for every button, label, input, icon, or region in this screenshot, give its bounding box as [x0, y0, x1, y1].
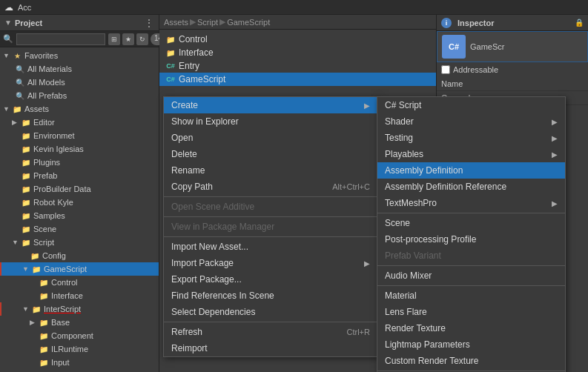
- ctx-audio-mixer[interactable]: Audio Mixer: [377, 268, 565, 284]
- inspector-title: Inspector: [457, 19, 495, 27]
- tree-interscript[interactable]: ▼ 📁 InterScript: [0, 302, 159, 316]
- search-input[interactable]: [16, 33, 105, 45]
- panel-collapse-icon[interactable]: ▼: [4, 19, 12, 27]
- ctx-create-sep-2: [377, 265, 565, 266]
- breadcrumb: Assets ▶ Script ▶ GameScript: [159, 15, 436, 30]
- ctx-cs-script[interactable]: C# Script: [377, 97, 565, 113]
- breadcrumb-assets[interactable]: Assets: [164, 18, 188, 27]
- tree-manager[interactable]: 📁 Manager: [0, 369, 159, 372]
- tree-component[interactable]: 📁 Component: [0, 329, 159, 342]
- tree-scene[interactable]: 📁 Scene: [0, 222, 159, 236]
- ctx-sep-4: [164, 322, 377, 322]
- tree-kevin[interactable]: 📁 Kevin Iglesias: [0, 142, 159, 156]
- ctx-show-explorer[interactable]: Show in Explorer: [164, 113, 377, 130]
- tree-control[interactable]: 📁 Control: [0, 276, 159, 289]
- ctx-lightmap-params[interactable]: Lightmap Parameters: [377, 336, 565, 353]
- addressable-row: Addressable: [437, 62, 588, 77]
- fav-all-prefabs[interactable]: 🔍 All Prefabs: [0, 89, 159, 102]
- file-interface[interactable]: 📁 Interface: [159, 46, 436, 59]
- search-icons: ⊞ ★ ↻ 14: [108, 33, 166, 45]
- ctx-copy-path[interactable]: Copy Path Alt+Ctrl+C: [164, 179, 377, 195]
- lock-icon[interactable]: 🔒: [575, 19, 584, 27]
- fav-all-materials[interactable]: 🔍 All Materials: [0, 62, 159, 76]
- fav-all-models[interactable]: 🔍 All Models: [0, 76, 159, 89]
- breadcrumb-gamescript[interactable]: GameScript: [227, 18, 270, 27]
- ctx-open-scene: Open Scene Additive: [164, 199, 377, 215]
- tree-samples[interactable]: 📁 Samples: [0, 209, 159, 222]
- tree-probuilder[interactable]: 📁 ProBuilder Data: [0, 182, 159, 196]
- ctx-select-deps[interactable]: Select Dependencies: [164, 304, 377, 320]
- ctx-custom-render-texture[interactable]: Custom Render Texture: [377, 353, 565, 369]
- project-title: Project: [15, 19, 42, 27]
- file-control[interactable]: 📁 Control: [159, 33, 436, 46]
- ctx-testing[interactable]: Testing ▶: [377, 130, 565, 146]
- panel-menu-icon[interactable]: ⋮: [144, 17, 154, 29]
- ctx-import-asset[interactable]: Import New Asset...: [164, 239, 377, 255]
- ctx-find-refs[interactable]: Find References In Scene: [164, 288, 377, 304]
- ctx-shader[interactable]: Shader ▶: [377, 113, 565, 130]
- ctx-material[interactable]: Material: [377, 288, 565, 304]
- ctx-textmeshpro[interactable]: TextMeshPro ▶: [377, 195, 565, 211]
- ctx-assembly-def-ref[interactable]: Assembly Definition Reference: [377, 179, 565, 195]
- tree-environmet[interactable]: 📁 Environmet: [0, 129, 159, 142]
- tree-input[interactable]: 📁 Input: [0, 356, 159, 369]
- inspector-info: C# GameScr: [437, 31, 588, 62]
- ctx-refresh[interactable]: Refresh Ctrl+R: [164, 324, 377, 340]
- addressable-label: Addressable: [453, 65, 498, 74]
- favorites-header[interactable]: ▼ ★ Favorites: [0, 49, 159, 62]
- create-submenu[interactable]: C# Script Shader ▶ Testing ▶ Playables ▶…: [377, 96, 566, 372]
- top-bar: ☁ Acc: [0, 0, 588, 15]
- cs-script-icon: C#: [442, 35, 466, 59]
- ctx-post-processing[interactable]: Post-processing Profile: [377, 231, 565, 248]
- file-gamescript[interactable]: C# GameScript: [159, 73, 436, 86]
- tree-gamescript[interactable]: ▼ 📁 GameScript: [0, 262, 159, 276]
- inspector-filename: GameScr: [470, 42, 504, 51]
- ctx-render-texture[interactable]: Render Texture: [377, 320, 565, 336]
- tree-editor[interactable]: ▶ 📁 Editor: [0, 116, 159, 129]
- ctx-lens-flare[interactable]: Lens Flare: [377, 304, 565, 320]
- ctx-create-sep-3: [377, 285, 565, 286]
- filter-icon[interactable]: ⊞: [108, 33, 120, 45]
- ctx-create-sep-1: [377, 213, 565, 213]
- ctx-import-package[interactable]: Import Package ▶: [164, 255, 377, 271]
- tree-script[interactable]: ▼ 📁 Script: [0, 236, 159, 249]
- ctx-export-package[interactable]: Export Package...: [164, 271, 377, 288]
- ctx-sep-2: [164, 216, 377, 217]
- breadcrumb-script[interactable]: Script: [197, 18, 218, 27]
- project-panel-header: ▼ Project ⋮: [0, 15, 159, 31]
- ctx-sep-1: [164, 196, 377, 197]
- tree-base[interactable]: ▶ 📁 Base: [0, 316, 159, 329]
- star-filter-icon[interactable]: ★: [122, 33, 134, 45]
- tree-prefab[interactable]: 📁 Prefab: [0, 169, 159, 182]
- refresh-icon[interactable]: ↻: [136, 33, 148, 45]
- ctx-scene[interactable]: Scene: [377, 215, 565, 231]
- tree-config[interactable]: 📁 Config: [0, 249, 159, 262]
- search-bar: 🔍 ⊞ ★ ↻ 14: [0, 31, 159, 47]
- search-icon: 🔍: [3, 34, 13, 44]
- project-tree: ▼ ★ Favorites 🔍 All Materials 🔍 All Mode…: [0, 47, 159, 372]
- ctx-create[interactable]: Create ▶: [164, 97, 377, 113]
- ctx-reimport[interactable]: Reimport: [164, 340, 377, 356]
- acc-label: Acc: [18, 3, 31, 12]
- left-panel: ▼ Project ⋮ 🔍 ⊞ ★ ↻ 14 ▼ ★ Favorites 🔍: [0, 15, 159, 372]
- tree-ilruntime[interactable]: 📁 ILRuntime: [0, 342, 159, 356]
- primary-context-menu[interactable]: Create ▶ Show in Explorer Open Delete Re…: [163, 96, 378, 357]
- ctx-sep-3: [164, 236, 377, 237]
- ctx-view-package: View in Package Manager: [164, 219, 377, 235]
- ctx-rename[interactable]: Rename: [164, 162, 377, 179]
- ctx-delete[interactable]: Delete: [164, 146, 377, 162]
- ctx-prefab-variant: Prefab Variant: [377, 248, 565, 264]
- cloud-icon: ☁: [4, 2, 13, 13]
- ctx-create-sep-4: [377, 371, 565, 371]
- assets-header[interactable]: ▼ 📁 Assets: [0, 102, 159, 116]
- tree-robot[interactable]: 📁 Robot Kyle: [0, 196, 159, 209]
- tree-plugins[interactable]: 📁 Plugins: [0, 156, 159, 169]
- ctx-assembly-def[interactable]: Assembly Definition: [377, 162, 565, 179]
- ctx-playables[interactable]: Playables ▶: [377, 146, 565, 162]
- ctx-open[interactable]: Open: [164, 130, 377, 146]
- addressable-checkbox[interactable]: [441, 65, 450, 74]
- tree-interface-child[interactable]: 📁 Interface: [0, 289, 159, 302]
- name-row: Name: [437, 77, 588, 91]
- file-entry[interactable]: C# Entry: [159, 59, 436, 73]
- inspector-header: i Inspector 🔒: [437, 15, 588, 31]
